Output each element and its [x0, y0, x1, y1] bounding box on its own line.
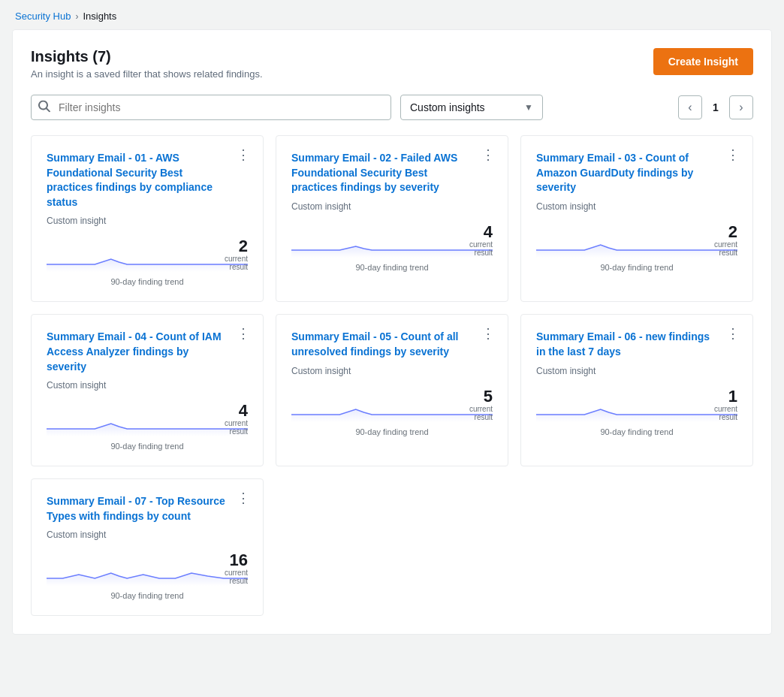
chart-value-top-label-1: current	[225, 255, 248, 263]
filter-dropdown[interactable]: Custom insights ▼	[400, 95, 543, 120]
chart-value-area-5: 5 current result	[469, 388, 493, 421]
card-title-3[interactable]: Summary Email - 03 - Count of Amazon Gua…	[536, 151, 719, 195]
chart-value-area-3: 2 current result	[714, 224, 737, 257]
card-title-2[interactable]: Summary Email - 02 - Failed AWS Foundati…	[291, 151, 475, 195]
chart-area-1: 2 current result 90-day finding trend	[47, 238, 248, 286]
card-menu-7[interactable]: ⋮	[237, 491, 251, 505]
card-badge-2: Custom insight	[291, 201, 493, 212]
chart-value-bottom-label-7: result	[225, 577, 248, 585]
chart-value-top-label-6: current	[714, 405, 737, 413]
chart-value-1: 2	[225, 238, 248, 255]
chart-value-bottom-label-3: result	[714, 249, 737, 257]
chart-value-7: 16	[225, 552, 248, 569]
svg-marker-4	[291, 409, 493, 422]
chart-area-6: 1 current result 90-day finding trend	[536, 388, 737, 436]
chart-value-bottom-label-1: result	[225, 263, 248, 271]
chart-trend-label-7: 90-day finding trend	[47, 591, 248, 600]
chart-value-5: 5	[469, 388, 493, 405]
search-wrapper	[31, 95, 391, 120]
card-badge-6: Custom insight	[536, 366, 737, 376]
page-description: An insight is a saved filter that shows …	[31, 68, 263, 80]
svg-marker-1	[291, 246, 493, 258]
chart-trend-label-6: 90-day finding trend	[536, 427, 737, 436]
page-number: 1	[708, 101, 723, 113]
card-menu-3[interactable]: ⋮	[726, 148, 740, 161]
breadcrumb-separator: ›	[75, 11, 78, 22]
breadcrumb: Security Hub › Insights	[0, 0, 784, 29]
card-menu-5[interactable]: ⋮	[481, 327, 496, 340]
chart-value-bottom-label-5: result	[469, 413, 493, 421]
insight-card-5[interactable]: ⋮ Summary Email - 05 - Count of all unre…	[276, 314, 508, 466]
insight-card-3[interactable]: ⋮ Summary Email - 03 - Count of Amazon G…	[520, 135, 753, 302]
chart-value-6: 1	[714, 388, 737, 405]
card-badge-1: Custom insight	[47, 216, 248, 226]
card-menu-2[interactable]: ⋮	[481, 148, 496, 161]
main-container: Insights (7) An insight is a saved filte…	[12, 29, 772, 635]
chevron-down-icon: ▼	[524, 102, 533, 113]
create-insight-button[interactable]: Create Insight	[653, 48, 753, 75]
chart-value-4: 4	[225, 403, 248, 419]
search-input[interactable]	[31, 95, 391, 120]
breadcrumb-current: Insights	[83, 11, 116, 22]
chart-value-top-label-3: current	[714, 240, 737, 249]
chart-value-top-label-4: current	[225, 419, 248, 427]
card-badge-5: Custom insight	[291, 366, 493, 376]
chart-svg-1	[47, 238, 248, 272]
svg-marker-2	[536, 245, 737, 258]
chart-trend-label-5: 90-day finding trend	[291, 427, 493, 436]
page-header: Insights (7) An insight is a saved filte…	[31, 48, 753, 80]
chart-value-bottom-label-6: result	[714, 413, 737, 421]
card-menu-6[interactable]: ⋮	[726, 327, 740, 340]
chart-area-3: 2 current result 90-day finding trend	[536, 224, 737, 272]
chart-value-bottom-label-2: result	[469, 249, 493, 257]
card-title-1[interactable]: Summary Email - 01 - AWS Foundational Se…	[47, 151, 230, 210]
chart-svg-2	[291, 224, 493, 258]
pagination: ‹ 1 ›	[678, 95, 753, 119]
chart-svg-4	[47, 403, 248, 436]
chart-value-area-1: 2 current result	[225, 238, 248, 271]
insights-grid: ⋮ Summary Email - 01 - AWS Foundational …	[31, 135, 753, 616]
chart-svg-5	[291, 388, 493, 422]
chart-value-bottom-label-4: result	[225, 427, 248, 436]
insight-card-6[interactable]: ⋮ Summary Email - 06 - new findings in t…	[520, 314, 753, 466]
chart-value-area-6: 1 current result	[714, 388, 737, 421]
insight-card-4[interactable]: ⋮ Summary Email - 04 - Count of IAM Acce…	[31, 314, 264, 466]
svg-marker-0	[47, 259, 248, 272]
chart-area-2: 4 current result 90-day finding trend	[291, 224, 493, 272]
card-title-7[interactable]: Summary Email - 07 - Top Resource Types …	[47, 494, 230, 524]
card-menu-1[interactable]: ⋮	[237, 148, 251, 161]
card-menu-4[interactable]: ⋮	[237, 327, 251, 340]
prev-page-button[interactable]: ‹	[678, 95, 702, 119]
chart-value-area-7: 16 current result	[225, 552, 248, 585]
chart-value-2: 4	[469, 224, 493, 240]
chart-value-top-label-5: current	[469, 405, 493, 413]
chart-value-top-label-7: current	[225, 569, 248, 577]
search-icon	[38, 101, 50, 115]
card-title-4[interactable]: Summary Email - 04 - Count of IAM Access…	[47, 330, 230, 374]
chart-trend-label-4: 90-day finding trend	[47, 442, 248, 451]
chart-svg-6	[536, 388, 737, 422]
insight-card-7[interactable]: ⋮ Summary Email - 07 - Top Resource Type…	[31, 478, 264, 616]
card-badge-3: Custom insight	[536, 201, 737, 212]
chart-area-7: 16 current result 90-day finding trend	[47, 552, 248, 600]
insight-card-1[interactable]: ⋮ Summary Email - 01 - AWS Foundational …	[31, 135, 264, 302]
chart-area-5: 5 current result 90-day finding trend	[291, 388, 493, 436]
chart-svg-7	[47, 552, 248, 586]
chart-trend-label-3: 90-day finding trend	[536, 263, 737, 272]
chart-trend-label-1: 90-day finding trend	[47, 277, 248, 286]
chart-value-area-4: 4 current result	[225, 403, 248, 436]
header-left: Insights (7) An insight is a saved filte…	[31, 48, 263, 80]
breadcrumb-home[interactable]: Security Hub	[15, 11, 71, 22]
svg-marker-5	[536, 409, 737, 422]
chart-value-top-label-2: current	[469, 240, 493, 249]
svg-marker-3	[47, 424, 248, 436]
next-page-button[interactable]: ›	[729, 95, 753, 119]
insight-card-2[interactable]: ⋮ Summary Email - 02 - Failed AWS Founda…	[276, 135, 508, 302]
chart-trend-label-2: 90-day finding trend	[291, 263, 493, 272]
card-badge-4: Custom insight	[47, 380, 248, 391]
page-title: Insights (7)	[31, 48, 263, 65]
card-title-6[interactable]: Summary Email - 06 - new findings in the…	[536, 330, 719, 359]
chart-value-3: 2	[714, 224, 737, 240]
card-title-5[interactable]: Summary Email - 05 - Count of all unreso…	[291, 330, 475, 359]
toolbar: Custom insights ▼ ‹ 1 ›	[31, 95, 753, 120]
